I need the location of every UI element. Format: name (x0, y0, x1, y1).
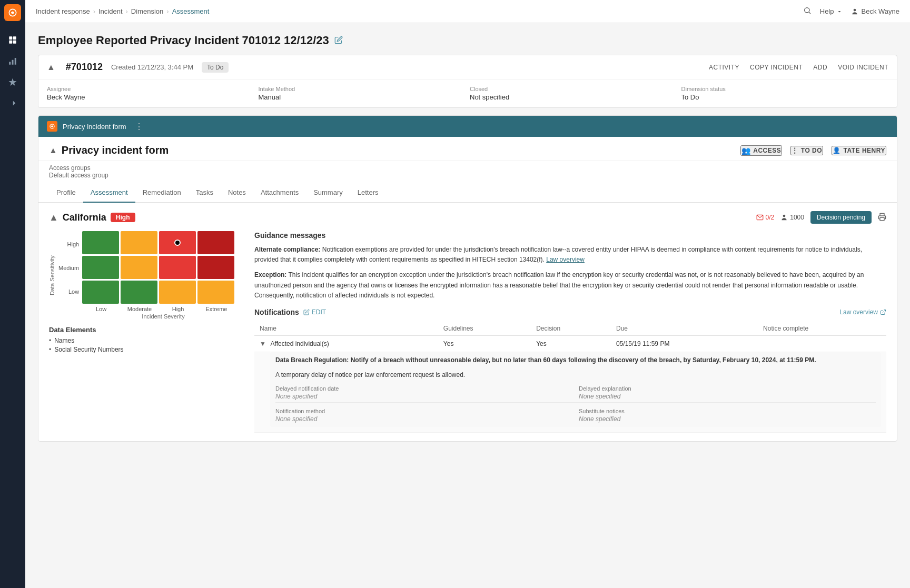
decision-pending-button[interactable]: Decision pending (810, 211, 872, 224)
breadcrumb-item-2[interactable]: Incident (98, 7, 123, 15)
collapse-icon[interactable]: ▲ (47, 63, 55, 72)
access-groups-label: Access groups (49, 164, 886, 172)
delayed-notification-value: None specified (275, 393, 317, 400)
tab-notes[interactable]: Notes (221, 183, 253, 203)
table-header-row: Name Guidelines Decision Due Notice comp… (254, 322, 886, 336)
print-icon[interactable] (878, 213, 886, 223)
table-body: ▼ Affected individual(s) Yes Yes 05/15/1… (254, 335, 886, 432)
regulation-text: Notify of a breach without unreasonable … (351, 356, 691, 364)
mail-badge[interactable]: 0/2 (756, 214, 775, 221)
intake-method-label: Intake Method (259, 86, 466, 92)
sidebar-item-chart[interactable] (3, 52, 22, 71)
app-logo[interactable] (4, 4, 21, 21)
row-decision: Yes (531, 335, 611, 352)
tab-assessment[interactable]: Assessment (83, 183, 135, 203)
california-collapse[interactable]: ▲ (49, 212, 58, 223)
breadcrumb-item-3[interactable]: Dimension (131, 7, 163, 15)
row-name-text: Affected individual(s) (271, 340, 329, 347)
assignee-button[interactable]: 👤 TATE HENRY (832, 146, 886, 155)
right-panel: Guidance messages Alternate compliance: … (254, 231, 886, 433)
risk-matrix: Data Sensitivity High Medium Low (49, 231, 244, 320)
access-groups: Access groups Default access group (38, 161, 897, 183)
california-header: ▲ California High 0/2 1000 (49, 211, 886, 224)
law-overview-link-1[interactable]: Law overview (546, 256, 585, 263)
delayed-notification-field: Delayed notification date None specified (275, 385, 572, 400)
guidance-section: Guidance messages Alternate compliance: … (254, 231, 886, 301)
sidebar-item-star[interactable] (3, 73, 22, 92)
substitute-notices-field: Substitute notices None specified (579, 408, 876, 423)
notifications-header: Notifications EDIT Law overview (254, 308, 886, 316)
row-expand-icon[interactable]: ▼ (260, 340, 266, 347)
breadcrumb: Incident response › Incident › Dimension… (36, 7, 209, 15)
form-title-text: Privacy incident form (62, 144, 169, 156)
matrix-row-2 (82, 256, 234, 279)
law-overview-text: Law overview (839, 308, 878, 316)
guidance-message-1: Alternate compliance: Notification exemp… (254, 245, 886, 265)
form-section-menu-icon[interactable]: ⋮ (135, 122, 143, 132)
help-menu[interactable]: Help (820, 7, 843, 15)
user-menu[interactable]: Beck Wayne (851, 7, 900, 15)
substitute-notices-label: Substitute notices (579, 408, 876, 414)
y-label-list: High Medium Low (58, 231, 79, 304)
access-button[interactable]: 👥 ACCESS (740, 145, 783, 156)
search-icon[interactable] (803, 6, 812, 16)
sidebar (0, 0, 25, 588)
california-actions: 0/2 1000 Decision pending (756, 211, 886, 224)
law-overview-link-2[interactable]: Law overview (839, 308, 886, 316)
tab-tasks[interactable]: Tasks (189, 183, 221, 203)
notification-method-field: Notification method None specified (275, 408, 572, 423)
regulation-title: Data Breach Regulation: Notify of a brea… (275, 356, 876, 364)
assignee-field: Assignee Beck Wayne (47, 86, 254, 101)
regulation-date: Saturday, February 10, 2024, at 11:59 PM… (693, 356, 816, 364)
edit-notifications-button[interactable]: EDIT (303, 308, 326, 316)
cell-low-extreme (197, 281, 234, 304)
cell-low-high (159, 281, 196, 304)
tab-remediation[interactable]: Remediation (135, 183, 189, 203)
page-title: Employee Reported Privacy Incident 70101… (38, 34, 329, 47)
form-title-bar: ▲ Privacy incident form 👥 ACCESS ⋮ TO DO (38, 137, 897, 161)
tab-summary[interactable]: Summary (306, 183, 350, 203)
form-section-title: Privacy incident form (63, 123, 126, 131)
sidebar-item-home[interactable] (3, 31, 22, 49)
topnav: Incident response › Incident › Dimension… (25, 0, 910, 23)
sidebar-item-arrow[interactable] (3, 94, 22, 113)
x-label-low: Low (83, 306, 120, 312)
edit-title-icon[interactable] (334, 36, 343, 46)
add-link[interactable]: ADD (813, 64, 827, 71)
void-incident-link[interactable]: VOID INCIDENT (838, 64, 888, 71)
incident-card-header: ▲ #701012 Created 12/12/23, 3:44 PM To D… (38, 55, 897, 79)
data-elements: Data Elements Names Social Security Numb… (49, 326, 244, 353)
tab-attachments[interactable]: Attachments (253, 183, 306, 203)
row-notice-complete (758, 335, 886, 352)
form-title-collapse[interactable]: ▲ (49, 146, 57, 155)
sub-grid-1: Delayed notification date None specified… (275, 385, 876, 400)
x-label-high: High (160, 306, 196, 312)
todo-button[interactable]: ⋮ TO DO (790, 146, 823, 155)
breadcrumb-sep-2: › (126, 7, 128, 15)
data-elements-title: Data Elements (49, 326, 244, 334)
svg-rect-1 (9, 36, 12, 39)
access-label: ACCESS (753, 147, 781, 154)
copy-incident-link[interactable]: COPY INCIDENT (750, 64, 803, 71)
row-due: 05/15/19 11:59 PM (611, 335, 758, 352)
guidance-label-2: Exception: (254, 271, 286, 278)
activity-link[interactable]: ACTIVITY (709, 64, 739, 71)
main-content: Incident response › Incident › Dimension… (25, 0, 910, 588)
tab-profile[interactable]: Profile (49, 183, 83, 203)
delayed-explanation-value: None specified (579, 393, 620, 400)
notifications-section: Notifications EDIT Law overview (254, 308, 886, 433)
x-axis-label: Incident Severity (83, 313, 244, 320)
persons-badge: 1000 (780, 214, 804, 221)
tab-letters[interactable]: Letters (350, 183, 386, 203)
dimension-status-label: Dimension status (681, 86, 889, 92)
dimension-status-value: To Do (681, 93, 699, 101)
sub-grid-2: Notification method None specified Subst… (275, 408, 876, 423)
svg-rect-4 (13, 41, 16, 44)
breadcrumb-item-1[interactable]: Incident response (36, 7, 90, 15)
topnav-right: Help Beck Wayne (803, 6, 899, 16)
delayed-explanation-field: Delayed explanation None specified (579, 385, 876, 400)
access-groups-value: Default access group (49, 172, 886, 179)
notification-method-value: None specified (275, 415, 317, 423)
breadcrumb-item-4[interactable]: Assessment (172, 7, 210, 15)
svg-rect-6 (12, 60, 14, 65)
